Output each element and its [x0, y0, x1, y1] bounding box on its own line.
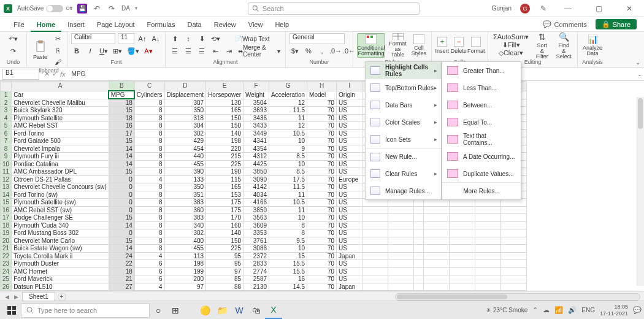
cell-B7[interactable]: 15 [109, 137, 134, 145]
taskbar-search[interactable]: Type here to search [21, 303, 150, 318]
cell-D1[interactable]: Displacement [164, 91, 206, 99]
cell-B22[interactable]: 24 [109, 252, 134, 260]
cell-I10[interactable]: US [337, 160, 362, 168]
cell-B9[interactable]: 14 [109, 153, 134, 161]
cell-G3[interactable]: 11.5 [269, 107, 307, 115]
cell-F4[interactable]: 3436 [243, 114, 269, 122]
cell-B11[interactable]: 15 [109, 168, 134, 176]
row-header-4[interactable]: 4 [1, 114, 12, 122]
user-name[interactable]: Gunjan [492, 5, 512, 12]
start-button[interactable] [2, 302, 21, 319]
tray-up-icon[interactable]: ⌃ [532, 306, 538, 314]
cell-D8[interactable]: 454 [164, 145, 206, 153]
cell-B2[interactable]: 18 [109, 99, 134, 107]
cell-D23[interactable]: 198 [164, 260, 206, 268]
cell-F19[interactable]: 3353 [243, 229, 269, 237]
cell-D22[interactable]: 113 [164, 252, 206, 260]
cell-I14[interactable]: US [337, 191, 362, 199]
cell-E8[interactable]: 220 [206, 145, 243, 153]
cell-L17[interactable] [414, 214, 424, 222]
row-header-14[interactable]: 14 [1, 191, 12, 199]
cell-H10[interactable]: 70 [307, 160, 337, 168]
cell-K24[interactable] [388, 267, 414, 275]
cell-A23[interactable]: Plymouth Duster [12, 260, 109, 268]
cell-C15[interactable]: 8 [134, 199, 164, 207]
sheet-nav-prev[interactable]: ◀ [4, 294, 10, 300]
col-header-F[interactable]: F [243, 82, 269, 91]
cell-J26[interactable] [362, 283, 388, 291]
cell-A9[interactable]: Plymouth Fury iii [12, 153, 109, 161]
insert-cells-button[interactable]: +Insert [435, 33, 449, 58]
cell-S16[interactable] [450, 206, 475, 214]
cell-S18[interactable] [450, 221, 475, 229]
cell-H9[interactable]: 70 [307, 153, 337, 161]
row-header-24[interactable]: 24 [1, 267, 12, 275]
cell-C7[interactable]: 8 [134, 137, 164, 145]
cell-R21[interactable] [424, 245, 450, 253]
cell-B12[interactable]: 0 [109, 175, 134, 183]
comma-icon[interactable]: , [316, 45, 328, 56]
cell-H15[interactable]: 70 [307, 199, 337, 207]
increase-indent-icon[interactable]: ⇥ [223, 45, 234, 56]
cell-I22[interactable]: Japan [337, 252, 362, 260]
vertical-scrollbar[interactable] [637, 97, 644, 286]
cell-T20[interactable] [475, 237, 501, 245]
cell-A4[interactable]: Plymouth Satellite [12, 114, 109, 122]
cell-T22[interactable] [475, 252, 501, 260]
formula-expand-icon[interactable]: ⌄ [635, 71, 644, 77]
toggle-pill[interactable] [46, 5, 63, 12]
cell-D20[interactable]: 400 [164, 237, 206, 245]
cell-J18[interactable] [362, 221, 388, 229]
select-all-corner[interactable] [1, 82, 12, 91]
cell-E15[interactable]: 175 [206, 199, 243, 207]
cell-B8[interactable]: 14 [109, 145, 134, 153]
cell-G4[interactable]: 11 [269, 114, 307, 122]
cell-H23[interactable]: 70 [307, 260, 337, 268]
cf-greater-than[interactable]: Greater Than... [442, 62, 521, 79]
cell-G6[interactable]: 10.5 [269, 129, 307, 137]
redo-icon[interactable]: ↷ [107, 4, 117, 13]
cell-D19[interactable]: 302 [164, 229, 206, 237]
orientation-icon[interactable]: ⟲▾ [210, 33, 221, 44]
cell-D9[interactable]: 440 [164, 153, 206, 161]
cell-I1[interactable]: Origin [337, 91, 362, 99]
cell-H7[interactable]: 70 [307, 137, 337, 145]
cell-E2[interactable]: 130 [206, 99, 243, 107]
chrome-icon[interactable]: 🟡 [196, 302, 213, 319]
cell-E25[interactable]: 85 [206, 275, 243, 283]
cell-K18[interactable] [388, 221, 414, 229]
cell-B18[interactable]: 14 [109, 221, 134, 229]
minimize-icon[interactable]: — [557, 0, 579, 17]
cell-E24[interactable]: 97 [206, 267, 243, 275]
row-header-17[interactable]: 17 [1, 214, 12, 222]
cell-D16[interactable]: 360 [164, 206, 206, 214]
cell-A17[interactable]: Dodge Challenger SE [12, 214, 109, 222]
cell-B3[interactable]: 15 [109, 107, 134, 115]
align-middle-icon[interactable]: ↕ [183, 33, 194, 44]
cell-I23[interactable]: US [337, 260, 362, 268]
cell-C16[interactable]: 8 [134, 206, 164, 214]
cell-I24[interactable]: US [337, 267, 362, 275]
cell-K20[interactable] [388, 237, 414, 245]
cell-H20[interactable]: 70 [307, 237, 337, 245]
name-box[interactable]: B1 [2, 69, 39, 80]
cell-C24[interactable]: 6 [134, 267, 164, 275]
close-icon[interactable]: ✕ [618, 0, 640, 17]
cell-U18[interactable] [501, 221, 527, 229]
cell-U16[interactable] [501, 206, 527, 214]
cell-E12[interactable]: 115 [206, 175, 243, 183]
col-header-A[interactable]: A [12, 82, 109, 91]
cell-A21[interactable]: Buick Estate Wagon (sw) [12, 245, 109, 253]
row-header-26[interactable]: 26 [1, 283, 12, 291]
col-header-I[interactable]: I [337, 82, 362, 91]
cell-R16[interactable] [424, 206, 450, 214]
cell-T25[interactable] [475, 275, 501, 283]
cell-C20[interactable]: 8 [134, 237, 164, 245]
cell-L16[interactable] [414, 206, 424, 214]
wrap-text-button[interactable]: 📄 Wrap Text [234, 33, 271, 44]
row-header-11[interactable]: 11 [1, 168, 12, 176]
fill-button[interactable]: ⬇ Fill▾ [492, 41, 530, 48]
cell-A14[interactable]: Ford Torino (sw) [12, 191, 109, 199]
format-as-table-button[interactable]: Format as Table [388, 33, 408, 58]
cell-C17[interactable]: 8 [134, 214, 164, 222]
